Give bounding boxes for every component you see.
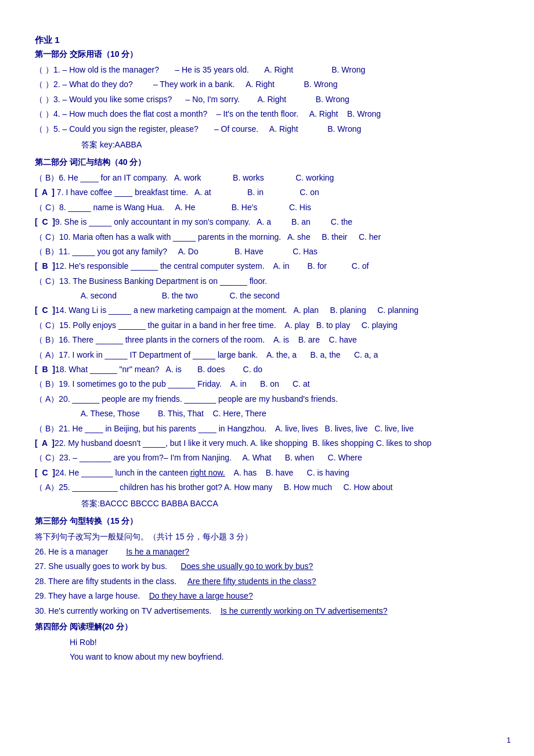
part2-q22: [ A ]22. My husband doesn't _____, but I…: [35, 437, 499, 449]
part2-title: 第二部分 词汇与结构（40 分）: [35, 157, 499, 168]
part3-q27: 27. She usually goes to work by bus. Doe…: [35, 560, 499, 573]
part1-q4: （ ）4. – How much does the flat cost a mo…: [35, 107, 499, 120]
part3-q28: 28. There are fifty students in the clas…: [35, 575, 499, 588]
part2-q21: （ B）21. He ____ in Beijing, but his pare…: [35, 422, 499, 435]
part2-q7: [ A ] 7. I have coffee ____ breakfast ti…: [35, 186, 499, 199]
part1-q2: （ ）2. – What do they do? – They work in …: [35, 78, 499, 91]
part2-q13: （ C）13. The Business Banking Department …: [35, 275, 499, 287]
page-title: 作业 1: [35, 35, 499, 46]
part2-q17: （ A）17. I work in _____ IT Department of…: [35, 348, 499, 361]
page-number: 1: [507, 736, 511, 744]
part3-q26: 26. He is a manager Is he a manager?: [35, 545, 499, 558]
part1-answer: 答案 key:AABBA: [81, 140, 499, 150]
part2-q20: （ A）20. ______ people are my friends. __…: [35, 393, 499, 405]
part1-q3: （ ）3. – Would you like some crisps? – No…: [35, 93, 499, 106]
part2-q20-options: A. These, Those B. This, That C. Here, T…: [70, 407, 499, 420]
part2-q9: [ C ]9. She is _____ only accountant in …: [35, 215, 499, 228]
part2-q16: （ B）16. There ______ three plants in the…: [35, 333, 499, 346]
part3-q29: 29. They have a large house. Do they hav…: [35, 589, 499, 602]
part2-q10: （ C）10. Maria often has a walk with ____…: [35, 231, 499, 243]
part3-q30: 30. He's currently working on TV adverti…: [35, 604, 499, 617]
part2-q8: （ C）8. _____ name is Wang Hua. A. He B. …: [35, 201, 499, 214]
part1-q1: （ ）1. – How old is the manager? – He is …: [35, 63, 499, 76]
part2-q13-options: A. second B. the two C. the second: [70, 289, 499, 302]
part2-answer: 答案:BACCC BBCCC BABBA BACCA: [81, 499, 499, 509]
part2-q18: [ B ]18. What ______ "nr" mean? A. is B.…: [35, 363, 499, 376]
part2-q14: [ C ]14. Wang Li is _____ a new marketin…: [35, 304, 499, 316]
part2-q25: （ A）25. __________ children has his brot…: [35, 481, 499, 494]
part4-title: 第四部分 阅读理解(20 分）: [35, 622, 499, 632]
part2-q6: （ B）6. He ____ for an IT company. A. wor…: [35, 171, 499, 184]
part1-q5: （ ）5. – Could you sign the register, ple…: [35, 123, 499, 135]
part4-line2: You want to know about my new boyfriend.: [70, 650, 499, 663]
part2-q11: （ B）11. _____ you got any family? A. Do …: [35, 245, 499, 258]
part2-q19: （ B）19. I sometimes go to the pub ______…: [35, 377, 499, 390]
part2-q12: [ B ]12. He's responsible ______ the cen…: [35, 260, 499, 272]
part2-q23: （ C）23. – _______ are you from?– I'm fro…: [35, 451, 499, 464]
part2-q24: [ C ]24. He _______ lunch in the canteen…: [35, 466, 499, 479]
part2-q15: （ C）15. Polly enjoys ______ the guitar i…: [35, 319, 499, 332]
part1-title: 第一部分 交际用语（10 分）: [35, 49, 499, 60]
part3-title: 第三部分 句型转换（15 分）: [35, 516, 499, 527]
part3-instruction: 将下列句子改写为一般疑问句。（共计 15 分，每小题 3 分）: [35, 530, 499, 543]
part4-line1: Hi Rob!: [70, 636, 499, 649]
